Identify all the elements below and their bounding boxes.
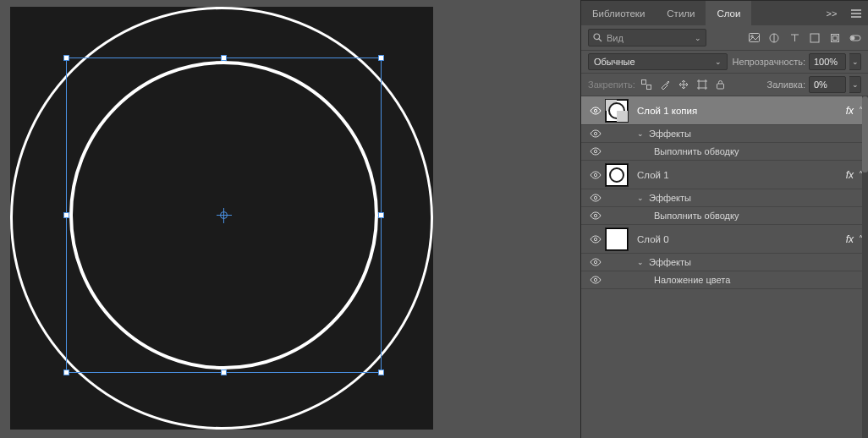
panel-tabs: Библиотеки Стили Слои >> xyxy=(581,0,868,25)
opacity-input[interactable]: 100% xyxy=(809,53,846,70)
transform-handle-n[interactable] xyxy=(221,55,227,61)
transform-handle-w[interactable] xyxy=(63,212,69,218)
layer-fx-indicator[interactable]: fx xyxy=(846,169,854,181)
fill-value: 0% xyxy=(814,79,827,90)
effect-group-visibility-toggle[interactable] xyxy=(586,258,605,266)
chevron-down-icon[interactable]: ⌄ xyxy=(637,194,649,202)
svg-point-17 xyxy=(594,196,596,199)
blend-mode-dropdown[interactable]: Обычные ⌄ xyxy=(588,53,728,70)
effect-name: Наложение цвета xyxy=(654,275,730,285)
lock-label: Закрепить: xyxy=(588,79,635,90)
effect-visibility-toggle[interactable] xyxy=(586,276,605,284)
layer-thumbnail[interactable] xyxy=(605,227,629,251)
effect-group-visibility-toggle[interactable] xyxy=(586,194,605,202)
layer-row[interactable]: Слой 0fx˄ xyxy=(581,225,868,254)
lock-pixels-icon[interactable] xyxy=(640,79,652,90)
chevron-down-icon: ⌄ xyxy=(852,80,859,89)
filter-type-icon[interactable] xyxy=(788,32,800,44)
blend-mode-value: Обычные xyxy=(594,57,635,67)
opacity-slider-button[interactable]: ⌄ xyxy=(849,53,861,70)
opacity-label: Непрозрачность: xyxy=(733,57,805,67)
lock-position-icon[interactable] xyxy=(678,79,689,90)
chevron-down-icon[interactable]: ⌄ xyxy=(637,258,649,266)
layer-visibility-toggle[interactable] xyxy=(586,235,605,244)
svg-point-14 xyxy=(594,132,596,134)
layer-effect-item[interactable]: Выполнить обводку xyxy=(581,207,868,225)
effect-visibility-toggle[interactable] xyxy=(586,147,605,156)
svg-rect-12 xyxy=(717,84,724,89)
chevron-down-icon[interactable]: ⌄ xyxy=(637,129,649,138)
layer-fx-indicator[interactable]: fx xyxy=(846,105,854,117)
transform-handle-e[interactable] xyxy=(378,212,384,218)
layer-thumbnail[interactable] xyxy=(605,99,629,123)
lock-icons xyxy=(640,79,727,90)
layer-thumbnail[interactable] xyxy=(605,163,629,187)
effect-group-visibility-toggle[interactable] xyxy=(586,129,605,138)
svg-point-15 xyxy=(594,150,596,152)
transform-handle-se[interactable] xyxy=(378,370,384,375)
svg-point-16 xyxy=(594,173,596,176)
scrollbar-thumb[interactable] xyxy=(862,96,868,172)
panel-menu-button[interactable] xyxy=(844,1,868,25)
layer-effects-row[interactable]: ⌄Эффекты xyxy=(581,189,868,207)
filter-image-icon[interactable] xyxy=(748,32,760,44)
hamburger-icon xyxy=(851,9,861,18)
lock-all-icon[interactable] xyxy=(715,79,727,90)
effect-visibility-toggle[interactable] xyxy=(586,211,605,220)
fill-slider-button[interactable]: ⌄ xyxy=(849,76,861,93)
transform-handle-nw[interactable] xyxy=(63,55,69,61)
tab-styles[interactable]: Стили xyxy=(656,1,706,25)
layer-effects-row[interactable]: ⌄Эффекты xyxy=(581,125,868,143)
collapse-panel-button[interactable]: >> xyxy=(819,1,844,25)
filter-adjustment-icon[interactable] xyxy=(768,32,780,44)
layer-effects-row[interactable]: ⌄Эффекты xyxy=(581,254,868,271)
layers-list[interactable]: Слой 1 копияfx˄⌄ЭффектыВыполнить обводку… xyxy=(581,96,868,438)
tab-layers[interactable]: Слои xyxy=(706,1,751,25)
layer-effect-item[interactable]: Выполнить обводку xyxy=(581,143,868,161)
fill-label: Заливка: xyxy=(767,79,805,90)
svg-point-19 xyxy=(594,238,596,240)
layers-panel-body: Вид ⌄ Обычные ⌄ Непрозрачность: 100% xyxy=(581,25,868,438)
lock-brush-icon[interactable] xyxy=(659,79,671,90)
svg-rect-10 xyxy=(646,85,651,90)
search-placeholder: Вид xyxy=(607,33,624,43)
transform-handle-sw[interactable] xyxy=(63,370,69,375)
svg-rect-6 xyxy=(833,36,838,40)
opacity-value: 100% xyxy=(814,57,838,67)
transform-handle-ne[interactable] xyxy=(378,55,384,61)
effect-name: Выполнить обводку xyxy=(654,146,739,156)
svg-rect-5 xyxy=(832,34,839,41)
canvas-area[interactable] xyxy=(0,0,567,438)
layer-row[interactable]: Слой 1fx˄ xyxy=(581,161,868,189)
layer-effect-item[interactable]: Наложение цвета xyxy=(581,271,868,289)
effects-label: Эффекты xyxy=(649,129,691,139)
effects-label: Эффекты xyxy=(649,193,691,203)
transform-handle-s[interactable] xyxy=(221,370,227,375)
filter-shape-icon[interactable] xyxy=(809,32,821,44)
filter-smartobject-icon[interactable] xyxy=(829,32,841,44)
layer-fx-indicator[interactable]: fx xyxy=(846,233,854,245)
svg-point-21 xyxy=(594,278,596,281)
layers-panel: Библиотеки Стили Слои >> Вид ⌄ xyxy=(580,0,868,438)
layers-scrollbar[interactable] xyxy=(862,96,868,438)
tab-libraries[interactable]: Библиотеки xyxy=(581,1,656,25)
layer-visibility-toggle[interactable] xyxy=(586,171,605,179)
svg-point-13 xyxy=(594,109,596,112)
layer-row[interactable]: Слой 1 копияfx˄ xyxy=(581,96,868,125)
layer-visibility-toggle[interactable] xyxy=(586,107,605,115)
opacity-control: Непрозрачность: 100% ⌄ xyxy=(733,53,861,70)
fill-control: Заливка: 0% ⌄ xyxy=(767,76,861,93)
filter-toggle-switch[interactable] xyxy=(849,32,861,44)
svg-rect-9 xyxy=(641,80,646,85)
lock-row: Закрепить: Заливка: 0% ⌄ xyxy=(581,74,868,96)
transform-anchor-icon[interactable] xyxy=(217,208,232,223)
effects-label: Эффекты xyxy=(649,257,691,267)
layers-search-row: Вид ⌄ xyxy=(581,25,868,51)
lock-artboard-icon[interactable] xyxy=(696,79,708,90)
fill-input[interactable]: 0% xyxy=(809,76,846,93)
search-icon xyxy=(593,33,602,42)
svg-rect-4 xyxy=(810,34,819,42)
svg-rect-11 xyxy=(699,81,706,88)
layer-search-dropdown[interactable]: Вид ⌄ xyxy=(588,29,706,47)
transform-bounding-box[interactable] xyxy=(66,57,382,373)
